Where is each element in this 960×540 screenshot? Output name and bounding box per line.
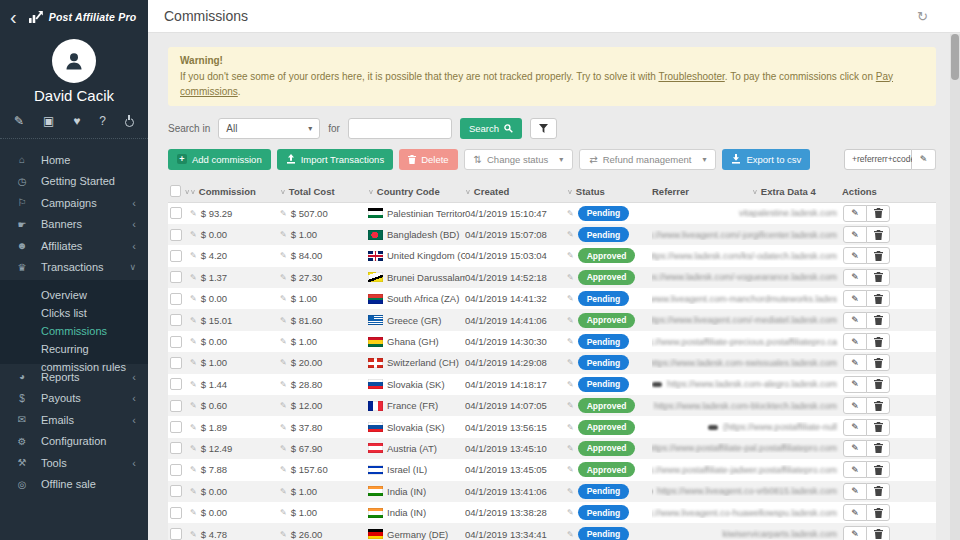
edit-icon[interactable]: ✎ (190, 337, 197, 346)
row-checkbox[interactable] (170, 250, 182, 262)
help-icon[interactable]: ? (99, 114, 106, 128)
delete-button[interactable] (866, 419, 890, 436)
delete-button[interactable] (866, 269, 890, 286)
app-logo[interactable]: Post Affiliate Pro (29, 10, 137, 23)
edit-button[interactable]: ✎ (843, 483, 867, 500)
submenu-item-clicks-list[interactable]: Clicks list (0, 304, 148, 322)
edit-icon[interactable]: ✎ (567, 508, 574, 517)
edit-icon[interactable]: ✎ (190, 444, 197, 453)
delete-button[interactable] (866, 333, 890, 350)
edit-button[interactable]: ✎ (843, 440, 867, 457)
edit-icon[interactable]: ✎ (567, 444, 574, 453)
edit-icon[interactable]: ✎ (190, 401, 197, 410)
edit-icon[interactable]: ✎ (280, 380, 287, 389)
edit-icon[interactable]: ✎ (190, 358, 197, 367)
edit-icon[interactable]: ✎ (567, 401, 574, 410)
edit-icon[interactable]: ✎ (190, 465, 197, 474)
delete-button[interactable] (866, 526, 890, 540)
column-header-select[interactable]: ∨ (168, 185, 190, 197)
edit-icon[interactable]: ✎ (190, 209, 197, 218)
sidebar-item-payouts[interactable]: $Payouts‹ (0, 388, 148, 410)
edit-button[interactable]: ✎ (843, 333, 867, 350)
delete-button[interactable] (866, 226, 890, 243)
edit-icon[interactable]: ✎ (190, 487, 197, 496)
collapse-sidebar-chevron-icon[interactable]: ‹ (10, 7, 17, 27)
edit-icon[interactable]: ✎ (280, 423, 287, 432)
edit-icon[interactable]: ✎ (280, 401, 287, 410)
edit-button[interactable]: ✎ (843, 397, 867, 414)
search-button[interactable]: Search (460, 118, 522, 139)
row-checkbox[interactable] (170, 314, 182, 326)
edit-icon[interactable]: ✎ (567, 487, 574, 496)
delete-button[interactable] (866, 461, 890, 478)
edit-button[interactable]: ✎ (843, 290, 867, 307)
change-status-dropdown[interactable]: ⇅ Change status ▾ (464, 149, 574, 170)
edit-icon[interactable]: ✎ (190, 294, 197, 303)
delete-button[interactable] (866, 247, 890, 264)
edit-icon[interactable]: ✎ (280, 273, 287, 282)
row-checkbox[interactable] (170, 229, 182, 241)
refund-management-dropdown[interactable]: ⇄ Refund management ▾ (579, 149, 716, 170)
edit-icon[interactable]: ✎ (190, 273, 197, 282)
delete-button[interactable] (866, 440, 890, 457)
edit-icon[interactable]: ✎ (280, 230, 287, 239)
row-checkbox[interactable] (170, 207, 182, 219)
edit-icon[interactable]: ✎ (190, 380, 197, 389)
edit-icon[interactable]: ✎ (567, 465, 574, 474)
edit-icon[interactable]: ✎ (190, 251, 197, 260)
edit-button[interactable]: ✎ (843, 461, 867, 478)
donate-icon[interactable]: ♥ (73, 114, 80, 128)
edit-icon[interactable]: ✎ (280, 465, 287, 474)
row-checkbox[interactable] (170, 485, 182, 497)
power-icon[interactable] (125, 118, 134, 127)
column-header-extra-data-4[interactable]: ∨Extra Data 4 (752, 186, 842, 197)
search-input[interactable] (348, 118, 452, 139)
row-checkbox[interactable] (170, 271, 182, 283)
column-header-total-cost[interactable]: ∨Total Cost (280, 186, 368, 197)
avatar[interactable] (52, 39, 96, 83)
edit-icon[interactable]: ✎ (190, 230, 197, 239)
delete-button[interactable] (866, 483, 890, 500)
edit-icon[interactable]: ✎ (280, 316, 287, 325)
edit-icon[interactable]: ✎ (280, 487, 287, 496)
edit-icon[interactable]: ✎ (567, 358, 574, 367)
submenu-item-recurring-commission-rules[interactable]: Recurring commission rules (0, 340, 148, 358)
edit-icon[interactable]: ✎ (567, 337, 574, 346)
edit-icon[interactable]: ✎ (14, 114, 24, 128)
edit-icon[interactable]: ✎ (567, 530, 574, 539)
edit-button[interactable]: ✎ (843, 205, 867, 222)
edit-icon[interactable]: ✎ (567, 209, 574, 218)
column-header-country-code[interactable]: ∨Country Code (368, 186, 465, 197)
scrollbar-thumb[interactable] (951, 34, 959, 80)
troubleshooter-link[interactable]: Troubleshooter (658, 71, 724, 82)
sidebar-item-campaigns[interactable]: ⚐Campaigns‹ (0, 192, 148, 214)
submenu-item-commissions[interactable]: Commissions (0, 322, 148, 340)
edit-button[interactable]: ✎ (843, 526, 867, 540)
edit-icon[interactable]: ✎ (567, 251, 574, 260)
edit-icon[interactable]: ✎ (280, 530, 287, 539)
delete-button[interactable] (866, 397, 890, 414)
edit-icon[interactable]: ✎ (567, 230, 574, 239)
delete-button[interactable] (866, 504, 890, 521)
row-checkbox[interactable] (170, 357, 182, 369)
scrollbar-track[interactable] (950, 34, 960, 540)
column-header-actions[interactable]: Actions (842, 186, 936, 197)
delete-button[interactable] (866, 290, 890, 307)
edit-button[interactable]: ✎ (843, 419, 867, 436)
edit-icon[interactable]: ✎ (280, 358, 287, 367)
edit-icon[interactable]: ✎ (190, 508, 197, 517)
edit-icon[interactable]: ✎ (280, 294, 287, 303)
search-field-select[interactable]: All ▾ (218, 118, 320, 139)
sidebar-item-transactions[interactable]: ♛Transactions∨ (0, 257, 148, 279)
delete-button[interactable] (866, 312, 890, 329)
edit-icon[interactable]: ✎ (567, 423, 574, 432)
row-checkbox[interactable] (170, 378, 182, 390)
edit-button[interactable]: ✎ (843, 504, 867, 521)
row-checkbox[interactable] (170, 293, 182, 305)
sidebar-item-emails[interactable]: ✉Emails‹ (0, 409, 148, 431)
add-commission-button[interactable]: + Add commission (168, 149, 271, 170)
row-checkbox[interactable] (170, 528, 182, 540)
edit-icon[interactable]: ✎ (190, 530, 197, 539)
edit-icon[interactable]: ✎ (190, 423, 197, 432)
sidebar-item-banners[interactable]: ☛Banners‹ (0, 214, 148, 236)
